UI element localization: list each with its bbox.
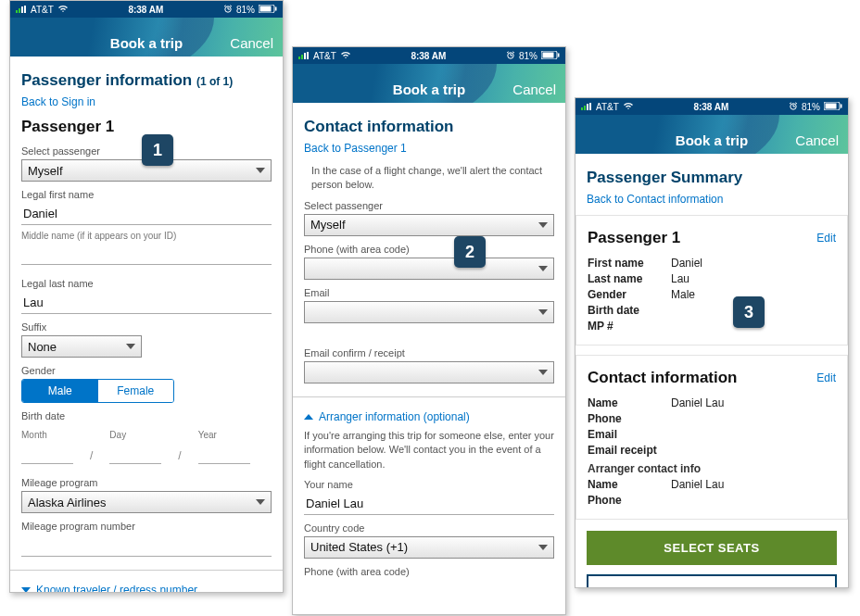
label-country: Country code bbox=[304, 522, 554, 534]
cancel-button[interactable]: Cancel bbox=[512, 82, 556, 97]
svg-rect-22 bbox=[542, 52, 553, 57]
first-name-field[interactable] bbox=[21, 203, 272, 225]
step-badge-3: 3 bbox=[733, 296, 765, 328]
chevron-down-icon bbox=[21, 587, 31, 593]
carrier-label: AT&T bbox=[31, 5, 54, 15]
label-arranger-phone: Phone (with area code) bbox=[304, 566, 554, 577]
skip-seats-button[interactable]: SKIP SEATS & PAY bbox=[587, 574, 837, 588]
wifi-icon bbox=[57, 5, 69, 15]
clock: 8:38 AM bbox=[128, 5, 163, 15]
chevron-down-icon bbox=[538, 309, 548, 315]
gender-segmented: Male Female bbox=[21, 379, 174, 403]
signal-icon bbox=[298, 51, 310, 61]
gender-male[interactable]: Male bbox=[22, 380, 98, 402]
label-your-name: Your name bbox=[304, 479, 554, 490]
label-dob: Birth date bbox=[21, 410, 272, 421]
select-seats-button[interactable]: SELECT SEATS bbox=[587, 531, 837, 565]
chevron-down-icon bbox=[538, 222, 548, 228]
dob-day-field[interactable] bbox=[109, 442, 161, 464]
last-name-field[interactable] bbox=[21, 292, 272, 314]
chevron-down-icon bbox=[256, 499, 265, 505]
svg-rect-13 bbox=[301, 55, 303, 59]
label-first-name: Legal first name bbox=[21, 189, 272, 200]
svg-rect-10 bbox=[259, 6, 271, 11]
chevron-down-icon bbox=[256, 168, 265, 173]
chevron-down-icon bbox=[126, 344, 135, 349]
label-mpn: Mileage program number bbox=[21, 521, 272, 532]
chevron-down-icon bbox=[538, 545, 548, 550]
chevron-down-icon bbox=[538, 266, 548, 271]
svg-rect-0 bbox=[16, 10, 18, 13]
page-title: Passenger information (1 of 1) bbox=[21, 71, 272, 90]
svg-rect-2 bbox=[21, 6, 23, 13]
your-name-field[interactable] bbox=[304, 493, 554, 515]
battery-label: 81% bbox=[802, 102, 820, 112]
middle-name-field[interactable] bbox=[21, 243, 272, 265]
passenger-card: Passenger 1 Edit First nameDaniel Last n… bbox=[575, 215, 848, 346]
svg-rect-11 bbox=[275, 6, 277, 10]
label-last-name: Legal last name bbox=[21, 278, 272, 289]
select-passenger[interactable]: Myself bbox=[304, 214, 554, 236]
nav-bar: Book a trip Cancel bbox=[293, 64, 565, 103]
email-select[interactable] bbox=[304, 301, 554, 323]
edit-contact-link[interactable]: Edit bbox=[816, 371, 836, 384]
label-email-confirm: Email confirm / receipt bbox=[304, 347, 554, 358]
dob-month-field[interactable] bbox=[21, 442, 73, 464]
svg-rect-26 bbox=[587, 104, 588, 110]
svg-rect-24 bbox=[581, 107, 583, 110]
phone-screen-2: AT&T 8:38 AM 81% Book a trip Cancel Cont… bbox=[292, 46, 566, 615]
passenger-heading: Passenger 1 bbox=[21, 118, 272, 136]
battery-icon bbox=[259, 5, 277, 15]
label-suffix: Suffix bbox=[21, 321, 272, 333]
cancel-button[interactable]: Cancel bbox=[230, 35, 273, 51]
cancel-button[interactable]: Cancel bbox=[795, 132, 839, 148]
svg-rect-35 bbox=[841, 104, 842, 107]
arranger-toggle[interactable]: Arranger information (optional) bbox=[304, 410, 554, 423]
page-title: Contact information bbox=[304, 118, 554, 136]
svg-rect-34 bbox=[825, 103, 836, 108]
svg-rect-23 bbox=[558, 53, 560, 57]
label-phone: Phone (with area code) bbox=[304, 244, 554, 255]
edit-passenger-link[interactable]: Edit bbox=[816, 232, 836, 245]
known-traveler-toggle[interactable]: Known traveler / redress number bbox=[21, 584, 272, 593]
back-link[interactable]: Back to Contact information bbox=[587, 193, 837, 206]
back-link[interactable]: Back to Sign in bbox=[21, 95, 272, 108]
country-select[interactable]: United States (+1) bbox=[304, 536, 554, 559]
phone-screen-1: AT&T 8:38 AM 81% Book a trip Cancel Pass… bbox=[9, 0, 284, 593]
phone-screen-3: AT&T 8:38 AM 81% Book a trip Cancel Pass… bbox=[575, 97, 849, 588]
svg-rect-12 bbox=[298, 57, 300, 59]
mileage-program-select[interactable]: Alaska Airlines bbox=[21, 491, 272, 513]
label-gender: Gender bbox=[21, 365, 272, 376]
alarm-icon bbox=[223, 5, 233, 15]
label-select-passenger: Select passenger bbox=[304, 200, 554, 211]
svg-line-31 bbox=[790, 102, 791, 103]
signal-icon bbox=[581, 102, 592, 112]
svg-rect-3 bbox=[24, 6, 26, 13]
arranger-help: If you're arranging this trip for someon… bbox=[304, 429, 554, 471]
clock: 8:38 AM bbox=[693, 102, 728, 112]
arranger-subhead: Arranger contact info bbox=[588, 462, 836, 475]
email-confirm-select[interactable] bbox=[304, 361, 554, 383]
label-email: Email bbox=[304, 287, 554, 298]
svg-rect-27 bbox=[589, 103, 591, 110]
clock: 8:38 AM bbox=[411, 51, 446, 61]
svg-line-32 bbox=[795, 102, 797, 103]
gender-female[interactable]: Female bbox=[98, 380, 174, 402]
nav-bar: Book a trip Cancel bbox=[10, 18, 283, 57]
battery-label: 81% bbox=[236, 5, 255, 15]
step-badge-1: 1 bbox=[142, 134, 173, 166]
status-bar: AT&T 8:38 AM 81% bbox=[293, 47, 565, 64]
card-title: Passenger 1 bbox=[588, 229, 680, 247]
label-middle-name: Middle name (if it appears on your ID) bbox=[21, 231, 272, 241]
svg-line-20 bbox=[512, 51, 514, 52]
signal-icon bbox=[16, 5, 27, 15]
back-link[interactable]: Back to Passenger 1 bbox=[304, 142, 554, 155]
card-title: Contact information bbox=[588, 369, 738, 387]
chevron-up-icon bbox=[304, 414, 313, 420]
mileage-number-field[interactable] bbox=[21, 534, 272, 557]
dob-year-field[interactable] bbox=[198, 442, 250, 464]
svg-rect-15 bbox=[307, 52, 309, 59]
phone-select[interactable] bbox=[304, 258, 554, 280]
suffix-select[interactable]: None bbox=[21, 335, 142, 358]
battery-icon bbox=[541, 51, 560, 61]
